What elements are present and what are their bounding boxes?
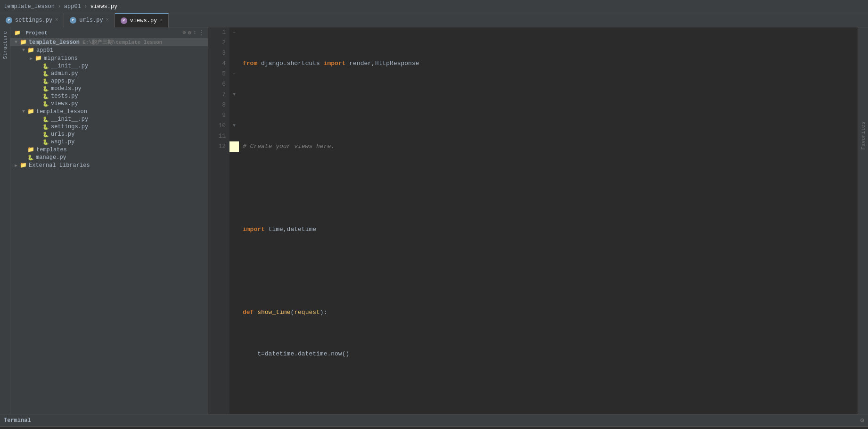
fold-5: –: [229, 69, 239, 79]
tree-init-py[interactable]: 🐍 __init__.py: [10, 62, 208, 70]
tab-views-close[interactable]: ×: [160, 18, 163, 23]
line-num-6: 6: [212, 79, 226, 90]
tree-urls-py-icon: 🐍: [42, 132, 49, 138]
tree-tl-init-py[interactable]: 🐍 __init__.py: [10, 116, 208, 123]
tree-models-py-icon: 🐍: [42, 86, 49, 92]
terminal-content[interactable]: Microsoft Windows [版本 6.1.7601] 版权所有 (c)…: [0, 427, 868, 429]
comment-3: # Create your views here.: [243, 141, 335, 152]
tree-urls-label: urls.py: [51, 131, 74, 138]
tab-settings[interactable]: P settings.py ×: [0, 13, 64, 27]
fold-6: [229, 79, 239, 90]
tree-templates[interactable]: 📁 templates: [10, 146, 208, 154]
tree-app01-folder-icon: 📁: [27, 47, 34, 54]
tree-init-label: __init__.py: [51, 63, 88, 69]
tree-admin-py-icon: 🐍: [42, 71, 49, 77]
tab-urls-label: urls.py: [79, 17, 103, 24]
tree-external-arrow: ▶: [12, 163, 20, 168]
code-line-3: # Create your views here.: [243, 141, 854, 152]
tree-models-label: models.py: [51, 85, 82, 92]
tree-views-py[interactable]: 🐍 views.py: [10, 100, 208, 107]
code-line-9: [243, 390, 854, 401]
line-num-2: 2: [212, 38, 226, 48]
tree-root-arrow: ▼: [12, 40, 20, 45]
line-num-12: 12: [212, 141, 226, 152]
tree-settings-py-icon: 🐍: [42, 124, 49, 130]
code-line-8: t=datetime.datetime.now(): [243, 349, 854, 359]
tree-root-label: template_lesson: [29, 39, 80, 46]
vertical-sidebar: Structure: [0, 27, 10, 414]
tab-views[interactable]: P views.py ×: [115, 13, 169, 27]
line-num-1: 1: [212, 27, 226, 38]
tree-wsgi-py-icon: 🐍: [42, 139, 49, 145]
code-line-4: [243, 183, 854, 193]
tree-external-label: External Libraries: [29, 162, 90, 169]
kw-def: def: [243, 307, 254, 318]
tab-settings-close[interactable]: ×: [55, 17, 58, 23]
tree-migrations-folder-icon: 📁: [35, 55, 42, 62]
tree-apps-py-icon: 🐍: [42, 78, 49, 84]
breadcrumb-root[interactable]: template_lesson: [4, 3, 55, 10]
code-line-6: [243, 266, 854, 276]
tree-apps-py[interactable]: 🐍 apps.py: [10, 77, 208, 85]
tree-root-folder-icon: 📁: [20, 39, 27, 46]
favorites-bar: Favorites: [858, 27, 868, 414]
line-num-7: 7: [212, 90, 226, 100]
tree-admin-py[interactable]: 🐍 admin.py: [10, 70, 208, 77]
vert-tab-structure[interactable]: Structure: [1, 27, 9, 63]
code-editor[interactable]: 1 2 3 4 5 6 7 8 9 10 11 12 – –: [208, 27, 858, 414]
tree-migrations-label: migrations: [44, 55, 78, 62]
code-line-2: [243, 100, 854, 110]
line-num-4: 4: [212, 58, 226, 69]
sidebar-tree: 📁 Project ⊕ ⚙ ↕ ⋮ ▼ 📁 template_lesson E:…: [10, 27, 208, 414]
fold-8: [229, 100, 239, 110]
favorites-label[interactable]: Favorites: [860, 122, 866, 149]
breadcrumb-sep2: ›: [84, 3, 88, 10]
func-show-time: show_time: [257, 307, 290, 318]
code-content[interactable]: from django.shortcuts import render,Http…: [239, 27, 858, 414]
tree-template-lesson-sub-label: template_lesson: [36, 108, 87, 115]
line-num-11: 11: [212, 131, 226, 141]
views-py-icon: P: [121, 17, 127, 24]
sidebar-header: 📁 Project ⊕ ⚙ ↕ ⋮: [10, 27, 208, 38]
tree-urls-py[interactable]: 🐍 urls.py: [10, 131, 208, 138]
tree-external-libs[interactable]: ▶ 📁 External Libraries: [10, 161, 208, 169]
project-sidebar: 📁 Project ⊕ ⚙ ↕ ⋮ ▼ 📁 template_lesson E:…: [10, 27, 208, 414]
tree-models-py[interactable]: 🐍 models.py: [10, 85, 208, 92]
tab-urls[interactable]: P urls.py ×: [64, 13, 115, 27]
panel-title: Terminal: [4, 417, 31, 424]
breadcrumb-app01[interactable]: app01: [64, 3, 81, 10]
sidebar-settings-btn[interactable]: ⚙: [188, 29, 191, 36]
line-num-8: 8: [212, 100, 226, 110]
fold-12: [229, 141, 239, 152]
tree-root-path: E:\脱产三期\template_lesson: [82, 39, 162, 46]
breadcrumb-sep1: ›: [57, 3, 61, 10]
tree-app01[interactable]: ▼ 📁 app01: [10, 46, 208, 54]
tree-tests-label: tests.py: [51, 93, 78, 99]
sidebar-more-btn[interactable]: ⋮: [198, 29, 204, 36]
line-num-10: 10: [212, 121, 226, 131]
tree-migrations[interactable]: ▶ 📁 migrations: [10, 54, 208, 62]
tree-templates-folder-icon: 📁: [27, 146, 34, 153]
fold-2: [229, 38, 239, 48]
sidebar-title: 📁 Project: [14, 30, 48, 36]
tree-root[interactable]: ▼ 📁 template_lesson E:\脱产三期\template_les…: [10, 38, 208, 46]
tree-tests-py[interactable]: 🐍 tests.py: [10, 92, 208, 100]
param-request: request: [294, 307, 320, 318]
fold-4: [229, 58, 239, 69]
tab-urls-close[interactable]: ×: [106, 17, 109, 23]
fold-11: [229, 131, 239, 141]
line-num-9: 9: [212, 110, 226, 121]
tree-external-folder-icon: 📁: [20, 162, 27, 169]
tree-manage-py[interactable]: 🐍 manage.py: [10, 154, 208, 161]
sidebar-sort-btn[interactable]: ↕: [193, 29, 197, 36]
tree-settings-py[interactable]: 🐍 settings.py: [10, 123, 208, 131]
tree-wsgi-py[interactable]: 🐍 wsgi.py: [10, 138, 208, 146]
sidebar-collapse-btn[interactable]: ⊕: [182, 29, 186, 36]
tree-init-py-icon: 🐍: [42, 63, 49, 69]
breadcrumb-views[interactable]: views.py: [90, 3, 118, 10]
tree-app01-label: app01: [36, 47, 53, 54]
tree-migrations-arrow: ▶: [27, 56, 35, 61]
tree-template-lesson-sub[interactable]: ▼ 📁 template_lesson: [10, 107, 208, 116]
tree-views-py-icon2: 🐍: [42, 101, 49, 107]
panel-settings-btn[interactable]: ⚙: [860, 416, 864, 424]
